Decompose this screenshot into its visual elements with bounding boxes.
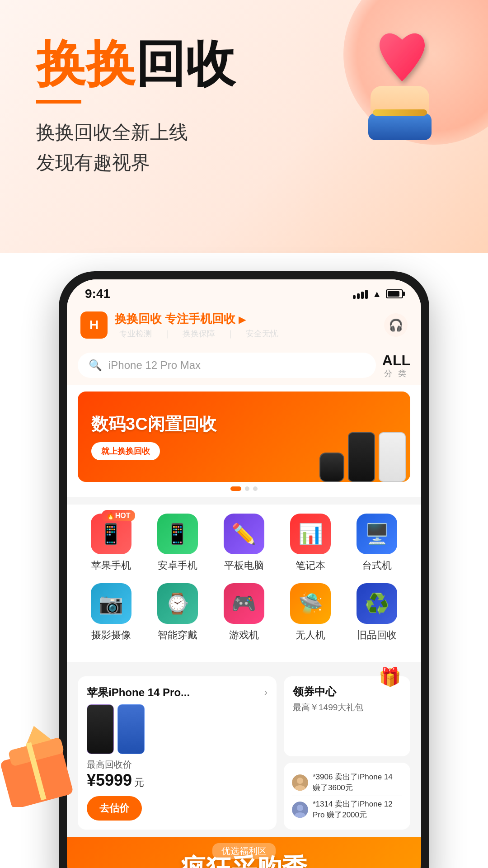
category-tablet[interactable]: ✏️ 平板电脑 xyxy=(217,514,271,572)
category-android[interactable]: 📱 安卓手机 xyxy=(150,514,205,572)
product-card-title-row: 苹果iPhone 14 Pro... › xyxy=(87,685,267,700)
activity-avatar-1 xyxy=(292,774,308,791)
svg-rect-1 xyxy=(368,113,432,140)
drone-label: 无人机 xyxy=(296,628,325,642)
battery-icon xyxy=(386,289,403,298)
search-bar[interactable]: 🔍 iPhone 12 Pro Max xyxy=(78,353,376,378)
hero-title-huishou: 回收 xyxy=(136,36,235,91)
product-card-title: 苹果iPhone 14 Pro... xyxy=(87,685,190,700)
app-name: 换换回收 xyxy=(115,312,162,326)
category-wearable[interactable]: ⌚ 智能穿戴 xyxy=(150,583,205,642)
avatar-svg-2 xyxy=(292,802,308,818)
hero-title-huan: 换换 xyxy=(36,36,136,91)
android-icon: 📱 xyxy=(165,522,190,546)
banner-dot-1 xyxy=(230,486,241,491)
banner-phone-white xyxy=(379,432,406,482)
apple-label: 苹果手机 xyxy=(91,559,131,572)
banner-dot-2 xyxy=(245,486,249,491)
category-recycle[interactable]: ♻️ 旧品回收 xyxy=(350,583,404,642)
banner-button[interactable]: 就上换换回收 xyxy=(91,442,160,460)
bottom-banner[interactable]: 优选福利区 疯狂采购季 xyxy=(67,837,421,868)
recycle-icon: ♻️ xyxy=(365,592,389,615)
wearable-label: 智能穿戴 xyxy=(158,628,197,642)
voucher-card[interactable]: 🎁 领券中心 最高￥1499大礼包 xyxy=(284,676,410,756)
price-unit: 元 xyxy=(134,777,144,788)
phone-section: 9:41 ▲ xyxy=(0,253,488,868)
app-header-text: 换换回收 专注手机回收 ▶ 专业检测 ｜ 换换保障 ｜ 安全无忧 xyxy=(115,311,283,339)
status-bar: 9:41 ▲ xyxy=(67,279,421,305)
app-logo-area: H 换换回收 专注手机回收 ▶ 专业检测 ｜ 换换保 xyxy=(80,311,283,339)
phone-outer-frame: 9:41 ▲ xyxy=(59,271,429,868)
avatar-svg-1 xyxy=(292,774,308,791)
camera-label: 摄影摄像 xyxy=(91,628,131,642)
camera-icon: 📷 xyxy=(99,592,123,615)
recycle-icon-wrap: ♻️ xyxy=(357,583,397,624)
gaming-icon: 🎮 xyxy=(231,592,256,615)
category-desktop[interactable]: 🖥️ 台式机 xyxy=(350,514,404,572)
search-area: 🔍 iPhone 12 Pro Max ALL 分 类 xyxy=(67,345,421,385)
estimate-button[interactable]: 去估价 xyxy=(87,796,142,821)
laptop-icon: 📊 xyxy=(298,522,323,546)
category-gaming[interactable]: 🎮 游戏机 xyxy=(217,583,271,642)
category-apple[interactable]: 🔥HOT 📱 苹果手机 xyxy=(84,514,138,572)
category-row-1: 🔥HOT 📱 苹果手机 📱 安卓手机 xyxy=(78,514,410,572)
tablet-icon-wrap: ✏️ xyxy=(224,514,264,554)
app-header: H 换换回收 专注手机回收 ▶ 专业检测 ｜ 换换保 xyxy=(67,305,421,345)
voucher-subtitle: 最高￥1499大礼包 xyxy=(293,702,401,713)
drone-icon: 🛸 xyxy=(298,592,323,615)
gaming-label: 游戏机 xyxy=(229,628,259,642)
banner-area: 数码3C闲置回收 就上换换回收 xyxy=(67,385,421,497)
status-icons: ▲ xyxy=(353,289,403,299)
headset-button[interactable]: 🎧 xyxy=(384,313,408,337)
banner-phone-black xyxy=(348,432,375,482)
activity-text-1: *3906 卖出了iPhone 14 赚了3600元 xyxy=(313,772,402,793)
svg-rect-2 xyxy=(373,109,427,116)
wearable-icon-wrap: ⌚ xyxy=(157,583,198,624)
hero-subtitle-line1: 换换回收全新上线 xyxy=(36,117,235,147)
banner-title: 数码3C闲置回收 xyxy=(91,413,216,436)
app-tagline-badge: ▶ xyxy=(239,315,245,325)
category-camera[interactable]: 📷 摄影摄像 xyxy=(84,583,138,642)
hero-subtitle-line2: 发现有趣视界 xyxy=(36,147,235,178)
right-cards: 🎁 领券中心 最高￥1499大礼包 xyxy=(284,676,410,830)
activity-avatar-2 xyxy=(292,802,308,818)
drone-icon-wrap: 🛸 xyxy=(290,583,331,624)
main-banner[interactable]: 数码3C闲置回收 就上换换回收 xyxy=(78,392,410,482)
android-icon-wrap: 📱 xyxy=(157,514,198,554)
app-logo: H xyxy=(80,311,108,339)
wifi-icon: ▲ xyxy=(372,289,381,299)
desktop-icon: 🖥️ xyxy=(365,522,389,546)
price-row: ¥5999 元 xyxy=(87,771,267,790)
svg-point-8 xyxy=(297,778,303,784)
category-drone[interactable]: 🛸 无人机 xyxy=(283,583,338,642)
search-icon: 🔍 xyxy=(89,359,102,372)
app-header-subtitle: 专业检测 ｜ 换换保障 ｜ 安全无忧 xyxy=(115,328,283,339)
signal-icon xyxy=(353,289,368,299)
status-time: 9:41 xyxy=(85,287,110,301)
hero-divider xyxy=(36,100,81,104)
tablet-icon: ✏️ xyxy=(231,522,256,546)
activity-card: *3906 卖出了iPhone 14 赚了3600元 xyxy=(284,763,410,830)
hero-main-title: 换换回收 xyxy=(36,36,235,91)
activity-text-2: *1314 卖出了iPhone 12 Pro 赚了2000元 xyxy=(313,799,402,821)
apple-icon: 📱 xyxy=(99,522,123,546)
svg-point-11 xyxy=(297,805,303,811)
tablet-label: 平板电脑 xyxy=(224,559,264,572)
desktop-label: 台式机 xyxy=(362,559,392,572)
product-card[interactable]: 苹果iPhone 14 Pro... › 最高回收价 ¥5999 元 去估价 xyxy=(78,676,277,830)
category-row-2: 📷 摄影摄像 ⌚ 智能穿戴 🎮 xyxy=(78,583,410,642)
app-tagline: 专注手机回收 xyxy=(165,312,235,326)
gaming-icon-wrap: 🎮 xyxy=(224,583,264,624)
all-category-button[interactable]: ALL 分 类 xyxy=(382,352,410,379)
wearable-icon: ⌚ xyxy=(165,592,190,615)
banner-dot-3 xyxy=(253,486,258,491)
price-label: 最高回收价 xyxy=(87,759,267,771)
hot-badge: 🔥HOT xyxy=(102,510,135,521)
hero-subtitle: 换换回收全新上线 发现有趣视界 xyxy=(36,117,235,178)
all-category-sub: 分 类 xyxy=(382,369,410,379)
product-card-arrow: › xyxy=(264,687,267,698)
apple-icon-wrap: 🔥HOT 📱 xyxy=(91,514,131,554)
hero-title-block: 换换回收 换换回收全新上线 发现有趣视界 xyxy=(36,36,235,178)
price-value: ¥5999 xyxy=(87,771,132,789)
category-laptop[interactable]: 📊 笔记本 xyxy=(283,514,338,572)
